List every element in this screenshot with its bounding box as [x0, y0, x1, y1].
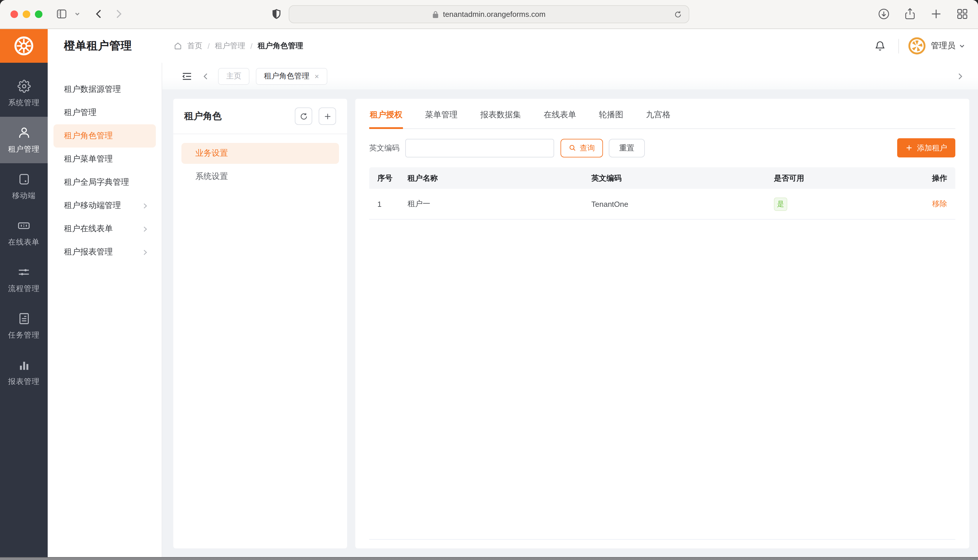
rail-item-label: 移动端	[12, 190, 36, 201]
role-list-item[interactable]: 系统设置	[181, 166, 339, 187]
sidebar-item[interactable]: 租户角色管理	[53, 124, 156, 148]
avatar[interactable]	[908, 37, 926, 55]
zoom-window-button[interactable]	[35, 10, 42, 18]
cell-code: TenantOne	[591, 200, 774, 208]
breadcrumb: 首页 / 租户管理 / 租户角色管理	[174, 41, 303, 51]
sliders-icon	[17, 265, 31, 278]
rail-item-sliders[interactable]: 流程管理	[0, 256, 48, 303]
bell-icon[interactable]	[874, 40, 886, 52]
detail-tab[interactable]: 九宫格	[645, 99, 671, 128]
share-icon[interactable]	[904, 8, 916, 20]
chevron-down-icon[interactable]	[74, 11, 80, 17]
column-header: 是否可用	[774, 173, 901, 183]
table-header: 序号租户名称英文编码是否可用操作	[369, 167, 955, 189]
search-input[interactable]	[405, 138, 554, 157]
chevron-right-icon	[141, 248, 149, 256]
sidebar-item[interactable]: 租户移动端管理	[53, 194, 156, 217]
breadcrumb-item[interactable]: 租户管理	[215, 41, 245, 51]
app-logo	[0, 29, 48, 63]
search-label: 英文编码	[369, 143, 400, 153]
page-tabstrip: 主页租户角色管理×	[162, 63, 978, 90]
reload-icon[interactable]	[674, 10, 682, 19]
sidebar-item[interactable]: 租户全局字典管理	[53, 171, 156, 194]
column-header: 租户名称	[408, 173, 591, 183]
page-tab[interactable]: 租户角色管理×	[256, 68, 327, 85]
tab-overview-icon[interactable]	[956, 8, 969, 20]
address-bar[interactable]: tenantadmin.orangeforms.com	[289, 5, 689, 23]
user-name[interactable]: 管理员	[931, 41, 955, 51]
rail-item-label: 租户管理	[8, 144, 40, 154]
url-text: tenantadmin.orangeforms.com	[443, 10, 546, 18]
page-title: 橙单租户管理	[64, 38, 132, 53]
sidebar-item-label: 租户全局字典管理	[64, 177, 129, 188]
status-badge: 是	[774, 197, 787, 211]
rail-item-tasks[interactable]: 任务管理	[0, 303, 48, 349]
sidebar-item[interactable]: 租户报表管理	[53, 240, 156, 264]
mobile-icon	[17, 172, 30, 186]
shield-icon[interactable]	[271, 7, 281, 21]
page-tab[interactable]: 主页	[218, 68, 249, 85]
new-tab-icon[interactable]	[930, 8, 943, 20]
forward-button[interactable]	[113, 8, 124, 20]
rail-item-user[interactable]: 租户管理	[0, 117, 48, 163]
chart-icon	[17, 358, 30, 372]
rail-item-label: 在线表单	[8, 237, 40, 247]
form-icon	[17, 219, 31, 232]
rail-item-label: 流程管理	[8, 283, 40, 293]
table-footer-divider	[369, 539, 955, 548]
sidebar-item[interactable]: 租户菜单管理	[53, 148, 156, 171]
sidebar-item[interactable]: 租户数据源管理	[53, 78, 156, 101]
chevron-down-icon[interactable]	[959, 43, 965, 49]
detail-tab[interactable]: 在线表单	[543, 99, 577, 128]
user-icon	[17, 126, 30, 139]
detail-tab[interactable]: 租户授权	[369, 99, 403, 128]
sidebar-item-label: 租户在线表单	[64, 223, 113, 234]
panel-title: 租户角色	[184, 110, 222, 122]
rail-item-chart[interactable]: 报表管理	[0, 349, 48, 396]
tabs-scroll-left-icon[interactable]	[202, 72, 209, 80]
sidebar-item-label: 租户数据源管理	[64, 84, 121, 95]
breadcrumb-home[interactable]: 首页	[187, 41, 202, 51]
add-tenant-button[interactable]: 添加租户	[897, 138, 955, 157]
back-button[interactable]	[93, 8, 105, 20]
search-icon	[568, 144, 576, 152]
chevron-right-icon	[141, 202, 149, 209]
tabs-scroll-right-icon[interactable]	[956, 72, 964, 80]
add-role-button[interactable]	[319, 107, 336, 125]
minimize-window-button[interactable]	[23, 10, 30, 18]
detail-tab[interactable]: 菜单管理	[425, 99, 458, 128]
rail-item-label: 报表管理	[8, 376, 40, 387]
remove-link[interactable]: 移除	[932, 199, 947, 208]
close-tab-icon[interactable]: ×	[314, 72, 319, 80]
column-header: 序号	[377, 173, 408, 183]
sidebar-toggle-icon[interactable]	[55, 8, 68, 20]
rail-item-mobile[interactable]: 移动端	[0, 163, 48, 210]
detail-tabs: 租户授权菜单管理报表数据集在线表单轮播图九宫格	[369, 99, 955, 129]
rail-item-gear[interactable]: 系统管理	[0, 70, 48, 117]
close-window-button[interactable]	[10, 10, 18, 18]
tenant-auth-panel: 租户授权菜单管理报表数据集在线表单轮播图九宫格 英文编码 查询 重置	[355, 99, 969, 548]
sidebar-item[interactable]: 租户在线表单	[53, 217, 156, 240]
home-icon[interactable]	[174, 42, 182, 50]
menu-fold-icon[interactable]	[181, 71, 192, 82]
detail-tab[interactable]: 轮播图	[599, 99, 624, 128]
column-header: 操作	[901, 173, 947, 183]
detail-tab[interactable]: 报表数据集	[480, 99, 522, 128]
chevron-right-icon	[141, 225, 149, 233]
cell-name: 租户一	[408, 199, 591, 209]
reset-button[interactable]: 重置	[609, 138, 645, 157]
query-button[interactable]: 查询	[560, 138, 603, 157]
downloads-icon[interactable]	[878, 8, 890, 20]
refresh-button[interactable]	[295, 107, 312, 125]
sidebar-menu: 租户数据源管理租户管理租户角色管理租户菜单管理租户全局字典管理租户移动端管理租户…	[48, 63, 162, 557]
sidebar-item-label: 租户菜单管理	[64, 154, 113, 164]
sidebar-item-label: 租户角色管理	[64, 131, 113, 141]
plus-icon	[905, 144, 913, 152]
browser-window: tenantadmin.orangeforms.com	[0, 0, 978, 557]
role-list-item[interactable]: 业务设置	[181, 143, 339, 164]
search-row: 英文编码 查询 重置 添加租户	[369, 138, 955, 157]
table-row: 1租户一TenantOne是移除	[369, 189, 955, 220]
sidebar-item[interactable]: 租户管理	[53, 101, 156, 124]
sidebar-item-label: 租户报表管理	[64, 247, 113, 257]
rail-item-form[interactable]: 在线表单	[0, 210, 48, 256]
